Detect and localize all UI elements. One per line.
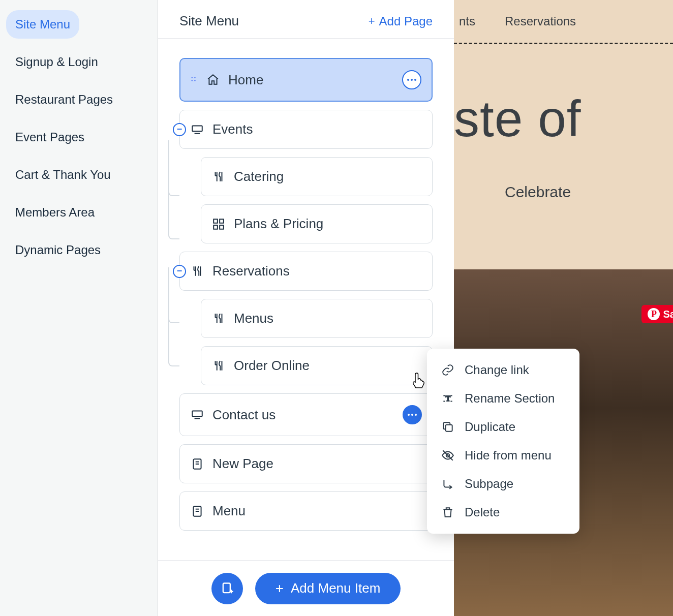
tree-item-label: Reservations	[212, 263, 290, 279]
add-page-label: Add Page	[379, 14, 433, 28]
svg-rect-10	[192, 411, 202, 416]
sidebar-item-cart-thankyou[interactable]: Cart & Thank You	[6, 161, 120, 189]
context-delete[interactable]: Delete	[427, 498, 579, 527]
drag-handle-icon[interactable]	[191, 76, 198, 83]
duplicate-icon	[441, 420, 454, 434]
panel-footer: + Add Menu Item	[158, 560, 454, 616]
context-hide-from-menu[interactable]: Hide from menu	[427, 441, 579, 470]
context-label: Delete	[465, 505, 500, 519]
tree-item-plans-pricing[interactable]: Plans & Pricing	[201, 204, 433, 243]
left-sidebar: Site Menu Signup & Login Restaurant Page…	[0, 0, 158, 616]
tree-item-new-page[interactable]: New Page	[179, 444, 433, 483]
link-icon	[441, 363, 454, 377]
tree-item-menu[interactable]: Menu	[179, 491, 433, 531]
hide-icon	[441, 449, 454, 462]
context-label: Change link	[465, 363, 529, 377]
dots-icon	[408, 414, 417, 416]
nav-link-reservations[interactable]: Reservations	[505, 14, 576, 28]
add-menu-item-button[interactable]: + Add Menu Item	[255, 573, 401, 604]
tree-item-contact-us[interactable]: Contact us	[179, 393, 433, 436]
svg-point-1	[194, 77, 196, 78]
site-menu-panel: Site Menu + Add Page Home −	[158, 0, 454, 616]
svg-text:T: T	[446, 394, 450, 403]
sidebar-item-dynamic-pages[interactable]: Dynamic Pages	[6, 236, 110, 264]
context-rename-section[interactable]: T Rename Section	[427, 384, 579, 413]
item-actions-button[interactable]	[403, 405, 422, 424]
dots-icon	[407, 79, 416, 81]
tree-item-home[interactable]: Home	[179, 58, 433, 102]
tree-item-label: Events	[212, 121, 253, 137]
subpage-icon	[441, 477, 454, 490]
tree-item-label: Menus	[234, 311, 273, 326]
trash-icon	[441, 506, 454, 519]
tree-connector	[168, 140, 179, 239]
add-menu-item-label: Add Menu Item	[291, 580, 380, 596]
hero-text-partial: ste of	[454, 89, 673, 148]
tree-item-label: Order Online	[234, 358, 310, 374]
collapse-button[interactable]: −	[173, 265, 186, 278]
svg-point-2	[191, 80, 193, 81]
home-icon	[206, 73, 220, 87]
context-change-link[interactable]: Change link	[427, 356, 579, 384]
tree-item-events[interactable]: − Events	[179, 110, 433, 149]
svg-rect-9	[220, 225, 224, 229]
sidebar-item-members-area[interactable]: Members Area	[6, 198, 104, 227]
svg-rect-18	[223, 583, 230, 593]
tree-item-label: New Page	[212, 456, 273, 472]
hero-subtext-partial: Celebrate	[454, 183, 673, 201]
svg-rect-6	[213, 219, 218, 223]
fork-knife-icon	[211, 312, 226, 326]
svg-rect-22	[446, 425, 452, 432]
page-icon	[190, 457, 204, 471]
svg-rect-8	[213, 225, 218, 229]
section-icon	[190, 408, 204, 422]
tree-item-label: Contact us	[212, 407, 276, 423]
item-actions-button[interactable]	[402, 70, 421, 89]
sidebar-item-signup-login[interactable]: Signup & Login	[6, 48, 107, 76]
add-page-circle-button[interactable]	[211, 573, 243, 604]
preview-divider	[454, 43, 673, 44]
sidebar-item-site-menu[interactable]: Site Menu	[6, 10, 79, 39]
context-label: Rename Section	[465, 391, 555, 406]
tree-item-label: Plans & Pricing	[234, 216, 323, 232]
svg-point-0	[191, 77, 193, 78]
context-subpage[interactable]: Subpage	[427, 470, 579, 498]
collapse-button[interactable]: −	[173, 123, 186, 136]
svg-rect-4	[192, 126, 202, 131]
preview-nav: nts Reservations	[454, 0, 673, 43]
tree-item-reservations[interactable]: − Reservations	[179, 252, 433, 291]
pinterest-icon: P	[648, 308, 660, 320]
fork-knife-icon	[190, 264, 204, 279]
tree-area: Home − Events Catering Plans & Pricing	[158, 39, 454, 569]
grid-icon	[211, 217, 226, 231]
pinterest-save-button[interactable]: P Sav	[641, 305, 673, 323]
tree-item-label: Catering	[234, 169, 284, 184]
save-label: Sav	[663, 309, 673, 320]
rename-icon: T	[441, 392, 454, 405]
fork-knife-icon	[211, 170, 226, 184]
context-label: Hide from menu	[465, 448, 552, 463]
nav-link-events-partial[interactable]: nts	[459, 14, 475, 28]
tree-item-catering[interactable]: Catering	[201, 157, 433, 196]
panel-header: Site Menu + Add Page	[158, 0, 454, 39]
context-label: Subpage	[465, 477, 513, 491]
svg-rect-7	[220, 219, 224, 223]
panel-title: Site Menu	[179, 13, 239, 29]
tree-item-menus[interactable]: Menus	[201, 299, 433, 338]
sidebar-item-event-pages[interactable]: Event Pages	[6, 123, 94, 151]
plus-icon: +	[276, 580, 284, 597]
context-label: Duplicate	[465, 420, 515, 434]
svg-point-3	[194, 80, 196, 81]
context-duplicate[interactable]: Duplicate	[427, 413, 579, 441]
page-icon	[190, 504, 204, 518]
section-icon	[190, 122, 204, 137]
tree-item-label: Home	[228, 72, 263, 88]
fork-knife-icon	[211, 359, 226, 373]
context-menu: Change link T Rename Section Duplicate H…	[427, 349, 579, 534]
plus-icon: +	[369, 15, 375, 28]
page-plus-icon	[220, 581, 234, 596]
add-page-button[interactable]: + Add Page	[369, 14, 433, 28]
tree-item-order-online[interactable]: Order Online	[201, 346, 433, 385]
sidebar-item-restaurant-pages[interactable]: Restaurant Pages	[6, 85, 122, 114]
tree-connector	[168, 267, 179, 366]
